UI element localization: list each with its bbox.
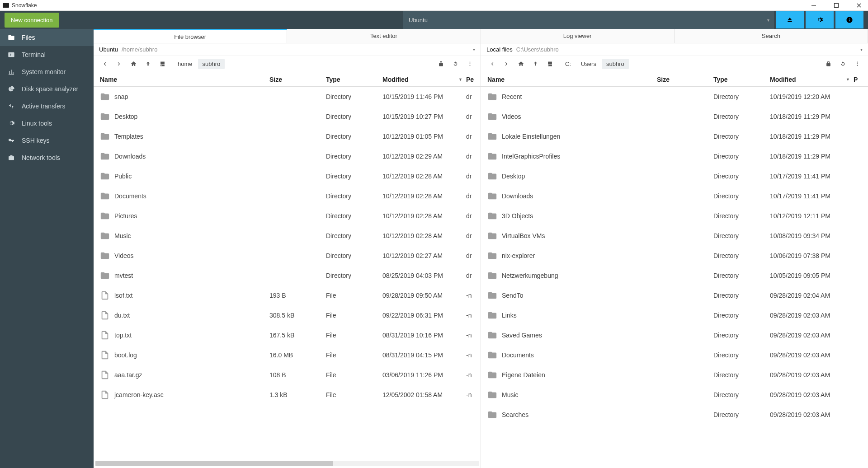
lock-icon[interactable] [434,58,447,70]
breadcrumb-item[interactable]: Users [576,59,601,69]
file-perm: -n [464,351,478,359]
disk-icon[interactable] [543,58,556,70]
table-row[interactable]: aaa.tar.gz108 BFile03/06/2019 11:26 PM-n [94,365,481,385]
breadcrumb-item[interactable]: subhro [198,59,225,69]
eject-button[interactable] [776,11,804,28]
breadcrumb-item[interactable]: subhro [602,59,629,69]
table-row[interactable]: snapDirectory10/15/2019 11:46 PMdr [94,87,481,107]
breadcrumb-item[interactable]: C: [561,59,576,69]
table-row[interactable]: LinksDirectory09/28/2019 02:03 AM [481,305,868,325]
sidebar-item-disk-space-analyzer[interactable]: Disk space analyzer [0,80,94,98]
remote-hscrollbar[interactable] [95,461,479,466]
sidebar-item-files[interactable]: Files [0,29,94,46]
minimize-button[interactable] [807,1,820,10]
table-row[interactable]: jcameron-key.asc1.3 kBFile12/05/2002 01:… [94,385,481,405]
col-type[interactable]: Type [712,76,768,83]
table-row[interactable]: Saved GamesDirectory09/28/2019 02:03 AM [481,325,868,345]
col-modified[interactable]: Modified▼ [768,76,852,83]
file-modified: 09/28/2019 02:04 AM [768,292,852,299]
file-perm: -n [464,391,478,398]
table-row[interactable]: NetzwerkumgebungDirectory10/05/2019 09:0… [481,266,868,285]
settings-button[interactable] [806,11,834,28]
table-row[interactable]: boot.log16.0 MBFile08/31/2019 04:15 PM-n [94,345,481,365]
file-name: Lokale Einstellungen [502,133,560,140]
col-perm[interactable]: P [852,76,865,83]
sidebar-item-terminal[interactable]: Terminal [0,46,94,63]
local-path-selector[interactable]: Local files C:\Users\subhro [481,43,868,56]
forward-icon[interactable] [500,58,513,70]
table-row[interactable]: DocumentsDirectory09/28/2019 02:03 AM [481,345,868,365]
col-size[interactable]: Size [268,76,324,83]
table-row[interactable]: SearchesDirectory09/28/2019 02:03 AM [481,405,868,425]
table-row[interactable]: DownloadsDirectory10/17/2019 11:41 PM [481,186,868,206]
breadcrumb-item[interactable]: home [173,59,197,69]
home-icon[interactable] [514,58,527,70]
table-row[interactable]: DownloadsDirectory10/12/2019 02:29 AMdr [94,146,481,166]
folder-icon [487,390,497,400]
table-row[interactable]: nix-explorerDirectory10/06/2019 07:38 PM [481,246,868,266]
table-row[interactable]: VirtualBox VMsDirectory10/08/2019 09:34 … [481,226,868,246]
col-size[interactable]: Size [655,76,712,83]
file-name: Documents [114,192,146,200]
disk-icon[interactable] [156,58,169,70]
sidebar-item-system-monitor[interactable]: System monitor [0,63,94,80]
table-row[interactable]: PublicDirectory10/12/2019 02:28 AMdr [94,166,481,186]
sidebar-item-linux-tools[interactable]: Linux tools [0,115,94,132]
lock-icon[interactable] [822,58,835,70]
back-icon[interactable] [98,58,111,70]
table-row[interactable]: Eigene DateienDirectory09/28/2019 02:03 … [481,365,868,385]
sidebar-item-network-tools[interactable]: Network tools [0,149,94,166]
file-type: File [324,312,381,319]
refresh-icon[interactable] [836,58,849,70]
table-row[interactable]: TemplatesDirectory10/12/2019 01:05 PMdr [94,126,481,146]
tab-search[interactable]: Search [675,29,868,43]
file-perm: -n [464,371,478,379]
info-button[interactable] [835,11,863,28]
table-row[interactable]: DocumentsDirectory10/12/2019 02:28 AMdr [94,186,481,206]
tab-file-browser[interactable]: File browser [94,29,287,43]
col-name[interactable]: Name [98,76,268,83]
table-row[interactable]: RecentDirectory10/19/2019 12:20 AM [481,87,868,107]
session-selector[interactable]: Ubuntu [403,11,774,29]
table-row[interactable]: VideosDirectory10/12/2019 02:27 AMdr [94,246,481,266]
back-icon[interactable] [486,58,498,70]
new-connection-button[interactable]: New connection [5,13,59,28]
sidebar-item-active-transfers[interactable]: Active transfers [0,98,94,115]
col-modified[interactable]: Modified▼ [381,76,464,83]
table-row[interactable]: 3D ObjectsDirectory10/12/2019 12:11 PM [481,206,868,226]
table-row[interactable]: MusicDirectory09/28/2019 02:03 AM [481,385,868,405]
home-icon[interactable] [127,58,140,70]
tab-text-editor[interactable]: Text editor [287,29,481,43]
table-row[interactable]: top.txt167.5 kBFile08/31/2019 10:16 PM-n [94,325,481,345]
table-row[interactable]: SendToDirectory09/28/2019 02:04 AM [481,285,868,305]
table-row[interactable]: MusicDirectory10/12/2019 02:28 AMdr [94,226,481,246]
table-row[interactable]: Lokale EinstellungenDirectory10/18/2019 … [481,126,868,146]
maximize-button[interactable] [830,1,843,10]
folder-icon [487,131,497,141]
more-icon[interactable] [851,58,863,70]
col-perm[interactable]: Pe [464,76,478,83]
sidebar-item-ssh-keys[interactable]: SSH keys [0,132,94,149]
refresh-icon[interactable] [449,58,462,70]
table-row[interactable]: DesktopDirectory10/17/2019 11:41 PM [481,166,868,186]
tab-log-viewer[interactable]: Log viewer [481,29,675,43]
file-type: Directory [712,312,768,319]
table-row[interactable]: mvtestDirectory08/25/2019 04:03 PMdr [94,266,481,285]
file-type: Directory [712,292,768,299]
file-name: nix-explorer [502,252,535,259]
table-row[interactable]: lsof.txt193 BFile09/28/2019 09:50 AM-n [94,285,481,305]
table-row[interactable]: VideosDirectory10/18/2019 11:29 PM [481,107,868,126]
table-row[interactable]: du.txt308.5 kBFile09/22/2019 06:31 PM-n [94,305,481,325]
close-button[interactable] [853,1,865,10]
file-modified: 10/18/2019 11:29 PM [768,133,852,140]
table-row[interactable]: PicturesDirectory10/12/2019 02:28 AMdr [94,206,481,226]
table-row[interactable]: IntelGraphicsProfilesDirectory10/18/2019… [481,146,868,166]
up-icon[interactable] [142,58,154,70]
col-name[interactable]: Name [486,76,655,83]
forward-icon[interactable] [113,58,125,70]
col-type[interactable]: Type [324,76,381,83]
more-icon[interactable] [463,58,476,70]
up-icon[interactable] [529,58,542,70]
table-row[interactable]: DesktopDirectory10/15/2019 10:27 PMdr [94,107,481,126]
remote-path-selector[interactable]: Ubuntu /home/subhro [94,43,481,56]
